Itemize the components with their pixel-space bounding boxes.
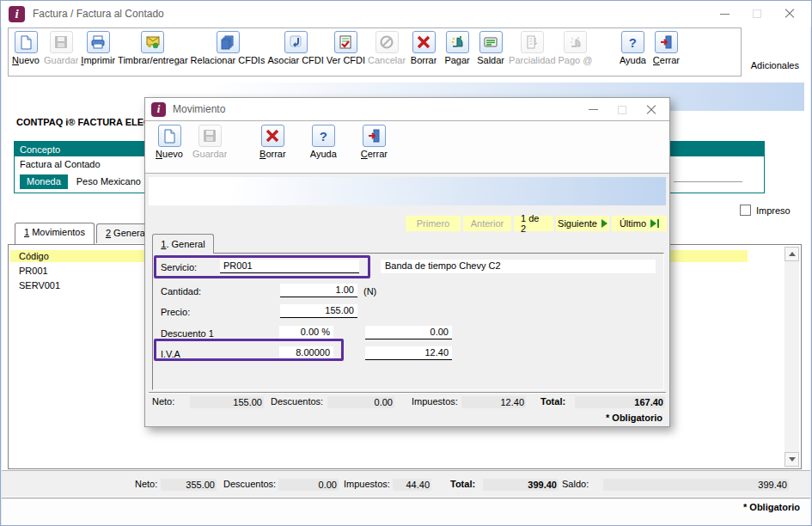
- total-value: 399.40: [483, 479, 559, 491]
- total-value: 167.40: [575, 396, 665, 408]
- general-fields-panel: Servicio: PR001 Banda de tiempo Chevy C2…: [152, 253, 664, 390]
- descuento-percent-input[interactable]: 0.00 %: [279, 326, 333, 339]
- iva-label: I.V.A: [161, 349, 180, 359]
- note-lines-icon: [479, 31, 503, 53]
- obligatorio-bar: * Obligatorio: [2, 498, 810, 526]
- dialog-nuevo-button[interactable]: Nuevo: [154, 125, 185, 159]
- neto-value: 355.00: [161, 479, 217, 491]
- saldar-button[interactable]: Saldar: [475, 31, 506, 65]
- iva-amount-field[interactable]: 12.40: [365, 346, 452, 360]
- main-toolbar: Nuevo Guardar Imprimir Timbrar/entregar: [8, 28, 742, 76]
- minimize-button[interactable]: [708, 3, 741, 25]
- close-icon: [785, 9, 795, 19]
- ver-cfdi-button[interactable]: Ver CFDI: [327, 31, 365, 65]
- main-titlebar: i Factura / Factura al Contado: [1, 1, 811, 27]
- dialog-cerrar-button[interactable]: Cerrar: [358, 125, 389, 159]
- impuestos-value: 12.40: [461, 396, 526, 408]
- nav-anterior-button: Anterior: [463, 216, 511, 231]
- cantidad-input[interactable]: 1.00: [280, 284, 357, 297]
- partial-list-icon: [521, 31, 544, 53]
- arrow-up-icon: [789, 252, 796, 256]
- descuento-amount-field[interactable]: 0.00: [365, 326, 452, 339]
- save-floppy-icon: [50, 31, 73, 53]
- ayuda-button[interactable]: ? Ayuda: [617, 31, 648, 65]
- scroll-up-button[interactable]: [785, 247, 799, 261]
- iva-rate-input[interactable]: 8.00000: [279, 346, 333, 360]
- impuestos-value: 44.40: [393, 479, 431, 491]
- neto-label: Neto:: [135, 479, 157, 489]
- guardar-button: Guardar: [44, 31, 78, 65]
- adicionales-label[interactable]: Adicionales: [751, 60, 799, 70]
- timbrar-entregar-button[interactable]: Timbrar/entregar: [118, 31, 188, 65]
- empty-field-line[interactable]: [674, 181, 742, 182]
- invoice-totals-bar: Neto: 355.00 Descuentos: 0.00 Impuestos:…: [2, 470, 810, 497]
- maximize-button[interactable]: [741, 3, 773, 25]
- minimize-icon: [720, 14, 730, 15]
- moneda-value[interactable]: Peso Mexicano: [76, 176, 141, 187]
- dialog-titlebar: i Movimiento: [145, 98, 669, 121]
- last-arrow-icon: [650, 219, 656, 228]
- document-check-icon: [334, 31, 357, 53]
- minimize-icon: [589, 109, 598, 110]
- cancelar-button: Cancelar: [368, 31, 406, 65]
- tab-movimientos[interactable]: 1 Movimientos: [15, 223, 95, 244]
- nav-ultimo-button[interactable]: Último: [612, 216, 667, 231]
- red-x-icon: [412, 31, 436, 53]
- obligatorio-note: * Obligatorio: [743, 502, 800, 512]
- dialog-tab-general[interactable]: 1. General: [152, 234, 214, 254]
- arrow-down-icon: [789, 457, 796, 462]
- nuevo-button[interactable]: Nuevo: [10, 31, 41, 65]
- nav-position-indicator: 1 de 2: [514, 216, 553, 231]
- moneda-label: Moneda: [20, 174, 68, 189]
- save-floppy-icon: [198, 125, 222, 147]
- borrar-button[interactable]: Borrar: [408, 31, 439, 65]
- electronic-payment-icon: [564, 31, 587, 53]
- last-bar-icon: [657, 219, 659, 228]
- movimiento-totals-bar: Neto: 155.00 Descuentos: 0.00 Impuestos:…: [145, 395, 669, 411]
- dialog-close-button[interactable]: [637, 101, 666, 119]
- vertical-scrollbar[interactable]: [785, 247, 799, 467]
- movimiento-dialog: i Movimiento Nuevo Guardar: [144, 97, 670, 427]
- imprimir-button[interactable]: Imprimir: [81, 31, 115, 65]
- neto-value: 155.00: [190, 396, 264, 408]
- cantidad-label: Cantidad:: [161, 286, 201, 297]
- close-icon: [646, 105, 656, 115]
- descuento-label: Descuento 1: [161, 328, 214, 339]
- window-title: Factura / Factura al Contado: [33, 8, 164, 20]
- neto-label: Neto:: [152, 396, 174, 407]
- new-document-icon: [15, 31, 38, 53]
- descuentos-label: Descuentos:: [271, 396, 323, 407]
- dialog-maximize-button: [607, 101, 637, 119]
- app-title-label: CONTPAQ i® FACTURA ELECT: [16, 117, 156, 127]
- dialog-ayuda-button[interactable]: ? Ayuda: [308, 125, 339, 159]
- pagar-button[interactable]: Pagar: [442, 31, 473, 65]
- relacionar-cfdis-button[interactable]: Relacionar CFDIs: [191, 31, 266, 65]
- precio-label: Precio:: [161, 307, 190, 317]
- cash-register-icon: [446, 31, 469, 53]
- impreso-checkbox[interactable]: [740, 205, 751, 216]
- dialog-footer-separator: [149, 392, 666, 393]
- impuestos-label: Impuestos:: [412, 396, 458, 407]
- prohibition-circle-icon: [375, 31, 399, 53]
- descuentos-label: Descuentos:: [223, 479, 276, 489]
- precio-input[interactable]: 155.00: [280, 304, 357, 318]
- impreso-label: Impreso: [756, 205, 791, 216]
- envelope-stamp-icon: [141, 31, 164, 53]
- dialog-minimize-button[interactable]: [578, 101, 607, 119]
- asociar-cfdi-button[interactable]: Asociar CFDI: [267, 31, 323, 65]
- red-x-icon: [261, 125, 284, 147]
- servicio-input[interactable]: PR001: [220, 260, 359, 273]
- descuentos-value: 0.00: [278, 479, 339, 491]
- saldo-value: 399.40: [603, 479, 789, 491]
- parcialidad-button: Parcialidad: [509, 31, 555, 65]
- nav-siguiente-button[interactable]: Siguiente: [556, 216, 609, 231]
- dialog-guardar-button: Guardar: [192, 125, 227, 159]
- cerrar-button[interactable]: Cerrar: [650, 31, 681, 65]
- saldo-label: Saldo:: [562, 479, 589, 489]
- close-button[interactable]: [773, 3, 806, 25]
- dialog-borrar-button[interactable]: Borrar: [257, 125, 288, 159]
- exit-door-icon: [363, 125, 386, 147]
- maximize-icon: [618, 106, 626, 114]
- exit-door-icon: [655, 31, 678, 53]
- scroll-down-button[interactable]: [785, 452, 799, 467]
